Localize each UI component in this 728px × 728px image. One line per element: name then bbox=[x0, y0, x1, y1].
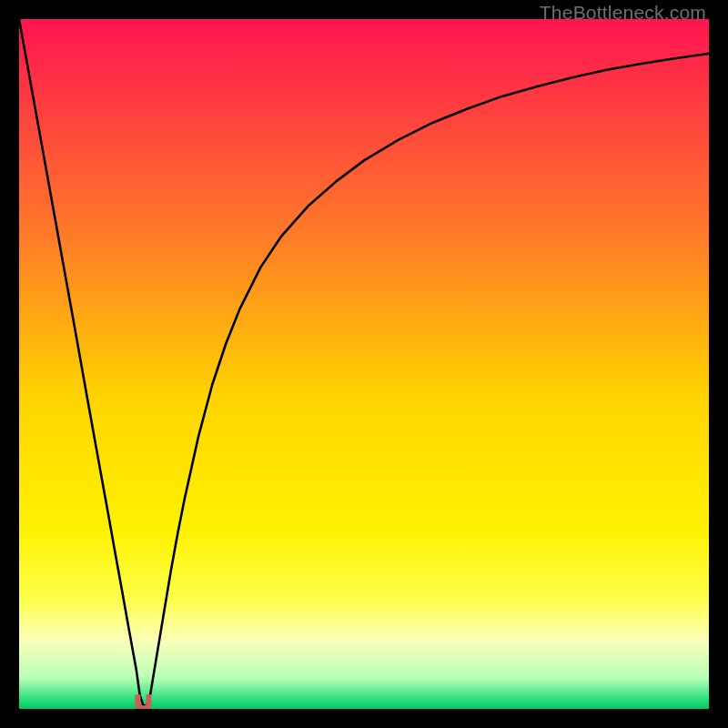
chart-frame bbox=[19, 19, 709, 709]
gradient-background bbox=[19, 19, 709, 709]
bottleneck-chart bbox=[19, 19, 709, 709]
